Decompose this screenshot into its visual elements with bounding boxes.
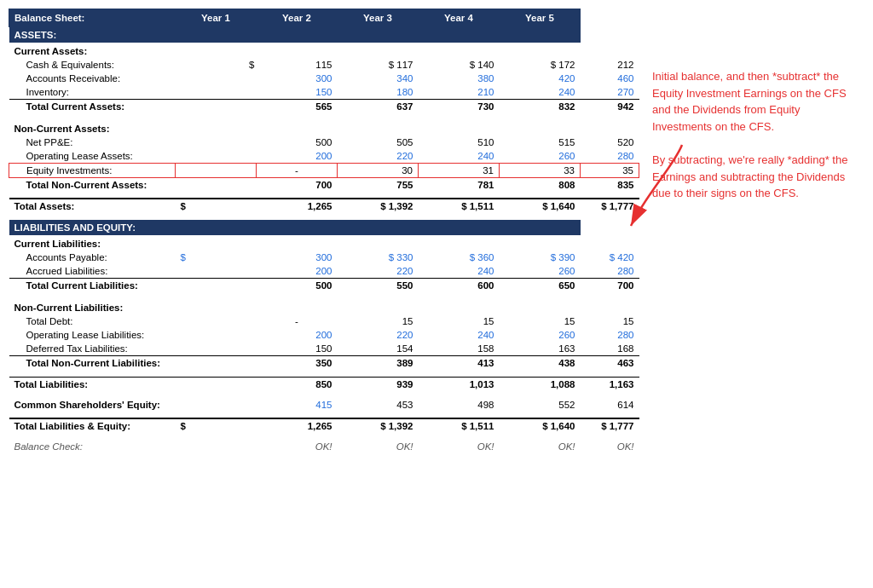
spacer8	[9, 433, 639, 440]
col-header-y2: Year 2	[257, 9, 338, 27]
inventory-row: Inventory: 150 180 210 240 270	[9, 85, 639, 100]
total-liabilities-row: Total Liabilities: 850 939 1,013 1,088 1…	[9, 377, 639, 391]
spacer7	[9, 412, 639, 418]
cash-row: Cash & Equivalents: $ 115 $ 117 $ 140 $ …	[9, 58, 639, 72]
balance-sheet-table: Balance Sheet: Year 1 Year 2 Year 3 Year…	[9, 9, 639, 579]
annotation-box1: Initial balance, and then *subtract* the…	[652, 68, 861, 135]
col-header-y1: Year 1	[176, 9, 257, 27]
spacer6	[9, 391, 639, 398]
arrow-svg	[622, 141, 691, 243]
col-header-y4: Year 4	[419, 9, 500, 27]
liabilities-section-header: LIABILITIES AND EQUITY:	[9, 220, 639, 235]
spacer2	[9, 192, 639, 199]
accounts-payable-row: Accounts Payable: $ 300 $ 330 $ 360 $ 39…	[9, 251, 639, 264]
annotation-text-1: Initial balance, and then *subtract* the…	[652, 70, 847, 133]
total-assets-row: Total Assets: $ 1,265 $ 1,392 $ 1,511 $ …	[9, 199, 639, 213]
deferred-tax-row: Deferred Tax Liabilities: 150 154 158 16…	[9, 342, 639, 356]
col-header-label: Balance Sheet:	[9, 9, 176, 27]
total-non-current-assets-row: Total Non-Current Assets: 700 755 781 80…	[9, 178, 639, 193]
equity-investments-row: Equity Investments: - 30 31 33 35	[9, 164, 639, 178]
non-current-liabilities-header: Non-Current Liabilities:	[9, 299, 639, 314]
spacer3	[9, 213, 639, 220]
ppe-row: Net PP&E: 500 505 510 515 520	[9, 135, 639, 149]
col-header-y3: Year 3	[338, 9, 419, 27]
spacer5	[9, 370, 639, 377]
total-current-assets-row: Total Current Assets: 565 637 730 832 94…	[9, 100, 639, 114]
spacer4	[9, 292, 639, 299]
total-liabilities-equity-row: Total Liabilities & Equity: $ 1,265 $ 1,…	[9, 418, 639, 433]
total-non-current-liabilities-row: Total Non-Current Liabilities: 350 389 4…	[9, 356, 639, 371]
accrued-liabilities-row: Accrued Liabilities: 200 220 240 260 280	[9, 264, 639, 279]
spacer1	[9, 113, 639, 120]
assets-section-header: ASSETS:	[9, 27, 639, 43]
current-assets-header: Current Assets:	[9, 43, 639, 58]
ar-row: Accounts Receivable: 300 340 380 420 460	[9, 72, 639, 85]
total-current-liabilities-row: Total Current Liabilities: 500 550 600 6…	[9, 279, 639, 293]
operating-lease-row: Operating Lease Assets: 200 220 240 260 …	[9, 149, 639, 164]
non-current-assets-header: Non-Current Assets:	[9, 120, 639, 135]
shareholders-equity-row: Common Shareholders' Equity: 415 453 498…	[9, 398, 639, 412]
current-liabilities-header: Current Liabilities:	[9, 235, 639, 251]
col-header-y5: Year 5	[500, 9, 581, 27]
balance-check-row: Balance Check: OK! OK! OK! OK! OK!	[9, 440, 639, 453]
operating-lease-liabilities-row: Operating Lease Liabilities: 200 220 240…	[9, 328, 639, 342]
total-debt-row: Total Debt: - 15 15 15 15	[9, 314, 639, 328]
annotation-panel: Initial balance, and then *subtract* the…	[639, 9, 861, 579]
